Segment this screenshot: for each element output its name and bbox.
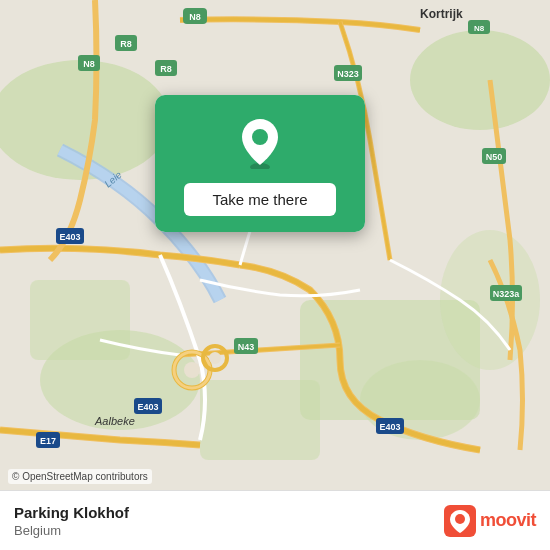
svg-text:R8: R8: [160, 64, 172, 74]
place-country: Belgium: [14, 523, 129, 538]
moovit-icon: [444, 505, 476, 537]
take-me-there-button[interactable]: Take me there: [184, 183, 335, 216]
svg-point-2: [410, 30, 550, 130]
svg-text:Kortrijk: Kortrijk: [420, 7, 463, 21]
svg-rect-7: [200, 380, 320, 460]
svg-text:N323a: N323a: [493, 289, 521, 299]
svg-point-42: [209, 352, 221, 364]
svg-text:E17: E17: [40, 436, 56, 446]
popup-green-area: Take me there: [155, 95, 365, 232]
svg-point-40: [184, 362, 200, 378]
svg-rect-5: [30, 280, 130, 360]
svg-text:E403: E403: [137, 402, 158, 412]
moovit-text: moovit: [480, 510, 536, 531]
svg-text:N50: N50: [486, 152, 503, 162]
svg-text:R8: R8: [120, 39, 132, 49]
place-info: Parking Klokhof Belgium: [14, 504, 129, 538]
svg-point-8: [440, 230, 540, 370]
map-svg: N8 R8 R8 N8 N323 N50 E403 E403 E403 N43 …: [0, 0, 550, 490]
map-container: N8 R8 R8 N8 N323 N50 E403 E403 E403 N43 …: [0, 0, 550, 490]
svg-text:N8: N8: [83, 59, 95, 69]
svg-text:N8: N8: [189, 12, 201, 22]
svg-text:N323: N323: [337, 69, 359, 79]
map-attribution: © OpenStreetMap contributors: [8, 469, 152, 484]
svg-point-46: [455, 514, 465, 524]
popup-card: Take me there: [155, 95, 365, 232]
bottom-bar: Parking Klokhof Belgium moovit: [0, 490, 550, 550]
svg-text:Aalbeke: Aalbeke: [94, 415, 135, 427]
location-pin-icon: [238, 117, 282, 169]
svg-point-44: [252, 129, 268, 145]
svg-text:N43: N43: [238, 342, 255, 352]
svg-text:E403: E403: [379, 422, 400, 432]
place-name: Parking Klokhof: [14, 504, 129, 521]
svg-text:E403: E403: [59, 232, 80, 242]
moovit-logo: moovit: [444, 505, 536, 537]
svg-text:N8: N8: [474, 24, 485, 33]
